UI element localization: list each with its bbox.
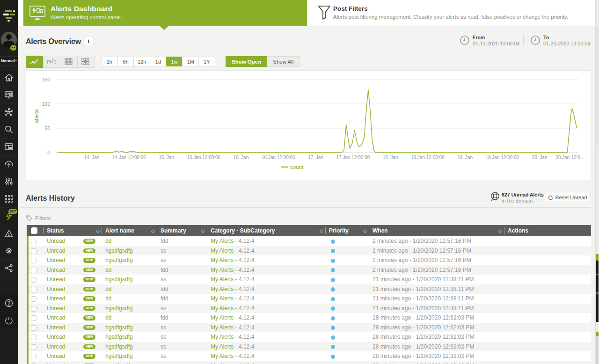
alert-name[interactable]: dd (102, 267, 157, 273)
svg-text:16. Jan: 16. Jan (234, 155, 249, 160)
column-header-Alert name[interactable]: Alert name◇ (102, 225, 157, 236)
app-logo-icon[interactable] (2, 7, 16, 22)
range-divider (523, 35, 524, 45)
time-button-1w[interactable]: 1w (166, 57, 183, 66)
row-checkbox[interactable] (31, 277, 37, 283)
chart-type-grid-button[interactable] (60, 56, 78, 68)
sort-icon[interactable]: ◇ (151, 228, 155, 233)
column-header-Status[interactable]: Status◇ (44, 225, 102, 236)
alert-name[interactable]: dd (102, 286, 157, 292)
sidebar-item-apps[interactable] (0, 190, 18, 208)
row-checkbox[interactable] (31, 306, 37, 312)
row-checkbox[interactable] (31, 344, 37, 350)
new-badge: NEW (83, 315, 95, 320)
new-badge: NEW (83, 258, 95, 263)
row-checkbox[interactable] (31, 335, 37, 340)
page-scrollbar[interactable] (595, 0, 599, 364)
row-checkbox[interactable] (31, 248, 37, 254)
priority-dot (331, 326, 335, 330)
alert-name[interactable]: hgsdfgsdfg (102, 353, 157, 359)
time-button-6h[interactable]: 6h (117, 57, 134, 66)
sidebar-item-alerts[interactable]: 627 (0, 208, 18, 225)
sidebar-item-home[interactable] (0, 69, 18, 87)
sort-icon[interactable]: ◇ (363, 228, 367, 233)
alert-name[interactable]: dd (102, 295, 157, 302)
sidebar-item-links[interactable] (0, 260, 18, 277)
show-open-button[interactable]: Show Open (226, 56, 267, 67)
column-header-Category - SubCategory[interactable]: Category - SubCategory◇ (207, 225, 326, 236)
alert-name[interactable]: hgsdfgsdfg (102, 334, 157, 340)
sort-icon[interactable]: ◇ (201, 228, 205, 233)
row-checkbox[interactable] (31, 239, 37, 244)
row-checkbox[interactable] (31, 325, 37, 331)
sort-icon[interactable]: ◇ (96, 228, 100, 233)
column-header-Actions[interactable]: Actions (504, 225, 589, 236)
show-all-button[interactable]: Show All (267, 56, 300, 67)
chart-type-line-button[interactable] (26, 56, 44, 68)
sidebar-item-help[interactable] (0, 295, 18, 312)
time-button-1h[interactable]: 1h (101, 57, 118, 66)
alert-when: 28 minutes ago - 1/20/2020 12:32:03 PM (369, 314, 504, 321)
alert-name[interactable]: hgsdfgsdfg (102, 343, 157, 350)
svg-text:18.Jan 12:00:00: 18.Jan 12:00:00 (411, 155, 445, 160)
alert-name[interactable]: hgsdfgsdfg (102, 276, 157, 283)
mode-dropdown[interactable]: Normal▾ (0, 56, 18, 66)
time-button-12h[interactable]: 12h (133, 57, 150, 66)
help-icon (4, 298, 14, 308)
sort-icon[interactable]: ◇ (498, 228, 502, 233)
grid-icon (65, 58, 73, 66)
tag-icon (26, 215, 32, 221)
alert-name[interactable]: hgsdfgsdfg (102, 324, 157, 331)
svg-text:15.Jan 12:00:00: 15.Jan 12:00:00 (187, 155, 220, 160)
sidebar-item-workspace[interactable] (0, 138, 18, 156)
alerts-history-title: Alerts History (26, 194, 75, 203)
sidebar-item-monitoring[interactable] (0, 87, 18, 104)
row-checkbox[interactable] (31, 287, 37, 292)
time-button-1Y[interactable]: 1Y (198, 57, 215, 66)
post-filters-panel[interactable]: Post Filters Alerts post filtering manag… (307, 0, 599, 26)
svg-text:100: 100 (42, 101, 50, 107)
alert-summary: fdd (157, 286, 207, 292)
alert-name[interactable]: dd (102, 238, 157, 244)
sidebar-item-topology[interactable] (0, 104, 18, 121)
page-title: Alerts Dashboard (51, 5, 112, 13)
info-icon[interactable]: i (83, 36, 94, 47)
alert-when: 21 minutes ago - 1/20/2020 12:38:11 PM (369, 295, 504, 302)
priority-dot (331, 249, 335, 253)
alert-summary: fdd (157, 267, 207, 273)
sidebar-item-incidents[interactable] (0, 225, 18, 242)
column-header-Priority[interactable]: Priority◇ (326, 225, 369, 236)
sidebar-item-search[interactable] (0, 121, 18, 138)
alert-name[interactable]: hgsdfgsdfg (102, 257, 157, 263)
alert-summary: fdd (157, 238, 207, 244)
sidebar-item-logout[interactable] (0, 312, 18, 329)
alert-name[interactable]: hgsdfgsdfg (102, 248, 157, 254)
select-all-checkbox[interactable] (31, 227, 37, 234)
sidebar-item-config[interactable] (0, 173, 18, 190)
row-checkbox[interactable] (31, 258, 37, 263)
sidebar-item-settings[interactable] (0, 242, 18, 260)
alert-name[interactable]: dd (102, 314, 157, 321)
status-label: Unread (47, 295, 65, 302)
row-checkbox[interactable] (31, 315, 37, 321)
status-label: Unread (47, 305, 65, 312)
column-header-select[interactable] (27, 225, 44, 236)
column-header-Summary[interactable]: Summary◇ (157, 225, 207, 236)
svg-text:alerts: alerts (34, 109, 39, 123)
row-checkbox[interactable] (31, 268, 37, 273)
layout-icon (4, 142, 14, 152)
sort-icon[interactable]: ◇ (320, 228, 323, 233)
svg-text:0: 0 (47, 150, 50, 155)
time-range-group: 1h6h12h1d1w1M1Y (102, 57, 215, 66)
time-button-1d[interactable]: 1d (150, 57, 167, 66)
reset-unread-button[interactable]: Reset Unread (544, 193, 591, 202)
time-button-1M[interactable]: 1M (182, 57, 199, 66)
chart-type-crossed-grid-button[interactable] (77, 56, 95, 68)
sidebar-item-umbrella[interactable] (0, 156, 18, 173)
alert-name[interactable]: hgsdfgsdfg (102, 305, 157, 312)
row-checkbox[interactable] (31, 354, 37, 359)
chart-type-step-button[interactable] (43, 56, 61, 68)
alert-category: My Alerts - 4.12.4 (207, 286, 326, 292)
row-checkbox[interactable] (31, 296, 37, 302)
column-header-When[interactable]: When◇ (369, 225, 504, 236)
